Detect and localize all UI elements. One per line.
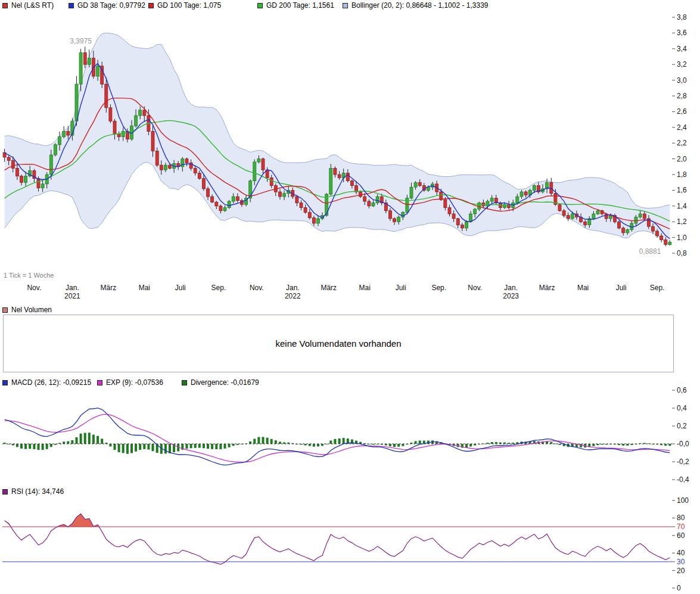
nel-series-label: Nel (L&S RT) — [11, 1, 54, 10]
rsi-legend: RSI (14): 34,746 — [0, 487, 700, 496]
svg-text:0: 0 — [677, 584, 681, 592]
svg-text:60: 60 — [677, 531, 685, 540]
svg-text:März: März — [101, 284, 117, 292]
svg-text:30: 30 — [677, 558, 685, 566]
svg-text:Mai: Mai — [139, 284, 150, 292]
svg-text:100: 100 — [677, 496, 689, 505]
rsi-label: RSI (14): 34,746 — [11, 487, 64, 496]
svg-text:2023: 2023 — [503, 292, 519, 300]
volume-label: Nel Volumen — [11, 306, 52, 314]
svg-text:Sep.: Sep. — [650, 284, 665, 292]
svg-text:3,4: 3,4 — [677, 45, 687, 53]
gd100-label: GD 100 Tage: 1,075 — [157, 1, 221, 10]
volume-panel: keine Volumendaten vorhanden — [3, 315, 674, 372]
svg-text:Juli: Juli — [175, 284, 186, 292]
exp-label: EXP (9): -0,07536 — [106, 378, 163, 387]
svg-text:Mai: Mai — [577, 284, 589, 292]
legend-macd: MACD (26, 12): -0,09215 — [2, 378, 91, 387]
gd38-label: GD 38 Tage: 0,97792 — [77, 1, 145, 10]
svg-text:1,8: 1,8 — [677, 170, 687, 179]
svg-text:1,6: 1,6 — [677, 186, 687, 194]
svg-text:3,8: 3,8 — [677, 13, 687, 21]
legend-gd100: GD 100 Tage: 1,075 — [148, 1, 221, 10]
svg-text:2,8: 2,8 — [677, 92, 687, 100]
rsi-chart[interactable]: 1008070604030200 — [0, 496, 700, 593]
svg-text:-0,4: -0,4 — [677, 475, 689, 484]
svg-text:Jan.: Jan. — [504, 284, 518, 292]
divergence-label: Divergence: -0,01679 — [191, 378, 259, 387]
volume-swatch — [2, 307, 8, 313]
legend-volume: Nel Volumen — [2, 306, 52, 314]
legend-exp: EXP (9): -0,07536 — [97, 378, 163, 387]
svg-text:20: 20 — [677, 567, 685, 575]
legend-divergence: Divergence: -0,01679 — [182, 378, 259, 387]
svg-text:1,0: 1,0 — [677, 234, 687, 242]
legend-gd38: GD 38 Tage: 0,97792 — [69, 1, 145, 10]
bollinger-label: Bollinger (20, 2): 0,86648 - 1,1002 - 1,… — [351, 1, 489, 10]
svg-text:Jan.: Jan. — [66, 284, 79, 292]
svg-text:2,6: 2,6 — [677, 107, 687, 116]
svg-text:1,4: 1,4 — [677, 202, 687, 210]
svg-text:2,2: 2,2 — [677, 139, 687, 147]
svg-text:März: März — [321, 284, 337, 292]
svg-text:Nov.: Nov. — [250, 284, 264, 292]
no-volume-message: keine Volumendaten vorhanden — [276, 338, 402, 349]
gd200-label: GD 200 Tage: 1,1561 — [266, 1, 334, 10]
macd-label: MACD (26, 12): -0,09215 — [11, 378, 91, 387]
svg-text:0,8: 0,8 — [677, 249, 687, 257]
svg-text:3,0: 3,0 — [677, 76, 687, 85]
svg-text:Sep.: Sep. — [431, 284, 446, 292]
price-chart[interactable]: 3,39750,88813,83,63,43,23,02,82,62,42,22… — [0, 0, 700, 303]
legend-nel: Nel (L&S RT) — [2, 1, 54, 10]
price-chart-legend: Nel (L&S RT) GD 38 Tage: 0,97792 GD 100 … — [0, 1, 700, 10]
volume-legend: Nel Volumen — [0, 306, 700, 314]
rsi-swatch — [2, 489, 8, 495]
svg-text:Juli: Juli — [396, 284, 406, 292]
macd-legend: MACD (26, 12): -0,09215 EXP (9): -0,0753… — [0, 378, 700, 387]
svg-text:2022: 2022 — [285, 292, 301, 300]
divergence-swatch — [182, 380, 187, 385]
svg-text:1,2: 1,2 — [677, 217, 687, 226]
svg-text:2,0: 2,0 — [677, 155, 687, 163]
chart-page: Nel (L&S RT) GD 38 Tage: 0,97792 GD 100 … — [0, 0, 700, 594]
legend-rsi: RSI (14): 34,746 — [2, 487, 64, 496]
svg-text:Sep.: Sep. — [211, 284, 226, 292]
svg-text:Mai: Mai — [359, 284, 371, 292]
svg-text:Nov.: Nov. — [27, 284, 41, 292]
svg-text:März: März — [539, 284, 555, 292]
bollinger-band — [5, 33, 670, 245]
macd-swatch — [2, 380, 8, 385]
svg-text:0,4: 0,4 — [677, 404, 687, 412]
svg-text:40: 40 — [677, 549, 685, 557]
gd38-swatch — [69, 3, 74, 8]
svg-text:3,2: 3,2 — [677, 60, 687, 69]
bollinger-swatch — [343, 3, 348, 8]
gd200-swatch — [257, 3, 263, 8]
legend-gd200: GD 200 Tage: 1,1561 — [257, 1, 334, 10]
svg-text:2,4: 2,4 — [677, 123, 687, 132]
svg-text:-0,2: -0,2 — [677, 458, 689, 466]
macd-chart[interactable]: 0,60,40,2-0,0-0,2-0,4 — [0, 387, 700, 487]
tick-interval-note: 1 Tick = 1 Woche — [4, 272, 54, 279]
macd-y-axis: 0,60,40,2-0,0-0,2-0,4 — [672, 386, 689, 484]
svg-text:80: 80 — [677, 514, 685, 522]
svg-text:2021: 2021 — [64, 292, 80, 300]
exp-swatch — [97, 380, 102, 385]
svg-text:0,6: 0,6 — [677, 386, 687, 394]
price-y-axis: 3,83,63,43,23,02,82,62,42,22,01,81,61,41… — [672, 13, 687, 257]
x-axis-labels: Nov.Jan.2021MärzMaiJuliSep.Nov.Jan.2022M… — [27, 284, 664, 300]
svg-text:0,2: 0,2 — [677, 422, 687, 430]
gd100-swatch — [148, 3, 154, 8]
svg-text:Jan.: Jan. — [286, 284, 300, 292]
svg-text:Juli: Juli — [616, 284, 627, 292]
svg-text:3,6: 3,6 — [677, 29, 687, 37]
rsi-y-axis: 1008070604030200 — [672, 496, 689, 592]
svg-text:-0,0: -0,0 — [677, 440, 689, 448]
svg-text:70: 70 — [677, 523, 685, 531]
high-annotation: 3,3975 — [70, 37, 92, 45]
svg-text:Nov.: Nov. — [468, 284, 482, 292]
low-annotation: 0,8881 — [639, 247, 661, 256]
rsi-overbought-fill — [69, 514, 99, 527]
legend-bollinger: Bollinger (20, 2): 0,86648 - 1,1002 - 1,… — [343, 1, 489, 10]
nel-series-swatch — [2, 3, 8, 8]
